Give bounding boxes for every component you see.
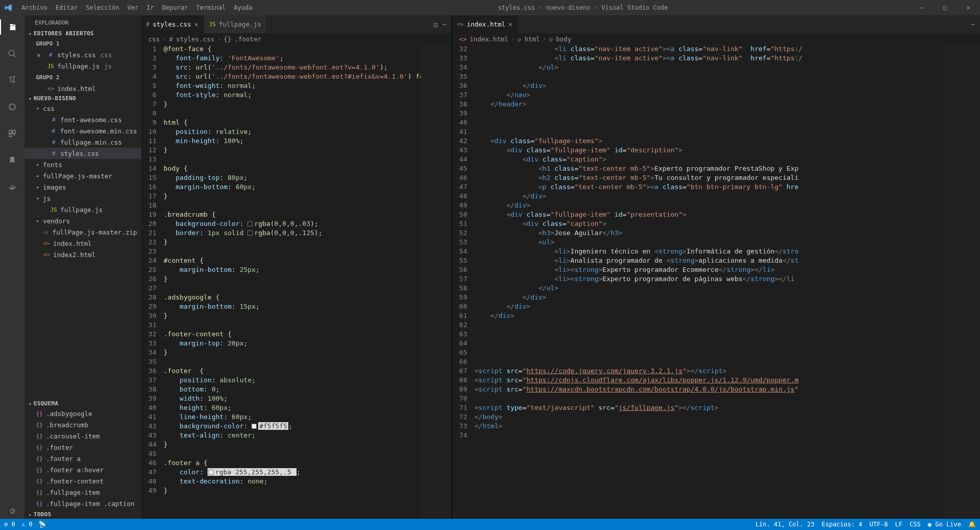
open-editors-tree: GRUPO 1 ✕#styles.csscss JSfullpage.jsjs …: [25, 38, 141, 94]
open-editor-item[interactable]: <>index.html: [25, 83, 141, 94]
file-item[interactable]: JSfullpage.js: [25, 204, 141, 215]
tabbar-right: <>index.html✕ ⋯: [452, 15, 980, 33]
outline-item[interactable]: {}.footer a: [25, 453, 141, 464]
todos-header[interactable]: ▸TODOS: [25, 510, 141, 519]
open-editor-item[interactable]: ✕#styles.csscss: [25, 49, 141, 60]
explorer-icon[interactable]: [0, 19, 25, 35]
open-editor-item[interactable]: JSfullpage.jsjs: [25, 60, 141, 72]
titlebar: Archivo Editar Selección Ver Ir Depurar …: [0, 0, 980, 15]
menu-bar: Archivo Editar Selección Ver Ir Depurar …: [17, 4, 257, 11]
menu-depurar[interactable]: Depurar: [158, 4, 192, 11]
status-encoding[interactable]: UTF-8: [870, 521, 888, 528]
bookmarks-icon[interactable]: [0, 152, 25, 168]
file-item[interactable]: <>index2.html: [25, 249, 141, 260]
code-content[interactable]: @font-face { font-family: 'FontAwesome';…: [164, 44, 421, 519]
settings-gear-icon[interactable]: [0, 503, 25, 519]
status-eol[interactable]: LF: [895, 521, 902, 528]
editor-left: #styles.css✕ JSfullpage.js ◫⋯ css› #styl…: [141, 15, 452, 519]
menu-ayuda[interactable]: Ayuda: [230, 4, 256, 11]
status-go-live[interactable]: ◉ Go Live: [928, 521, 961, 528]
sidebar: EXPLORADOR ▾EDITORES ABIERTOS GRUPO 1 ✕#…: [25, 15, 141, 519]
menu-ir[interactable]: Ir: [143, 4, 158, 11]
folder-item[interactable]: ▸vendors: [25, 215, 141, 226]
menu-terminal[interactable]: Terminal: [192, 4, 230, 11]
file-item[interactable]: <>index.html: [25, 238, 141, 249]
vscode-icon: [0, 4, 17, 12]
gutter: 1234567891011121314151617181920212223242…: [141, 44, 164, 519]
minimap[interactable]: [944, 44, 980, 519]
maximize-icon[interactable]: ▢: [933, 4, 956, 11]
status-language[interactable]: CSS: [909, 521, 921, 528]
code-content[interactable]: <li class="nav-item active"><a class="na…: [474, 44, 944, 519]
editor-area: #styles.css✕ JSfullpage.js ◫⋯ css› #styl…: [141, 15, 980, 519]
window-controls: — ▢ ✕: [909, 4, 980, 11]
outline-item[interactable]: {}.footer a:hover: [25, 464, 141, 475]
more-icon[interactable]: ⋯: [443, 21, 446, 28]
extensions-icon[interactable]: [0, 126, 25, 141]
project-header[interactable]: ▾NUEVO-DISENO: [25, 94, 141, 103]
sidebar-title: EXPLORADOR: [25, 15, 141, 29]
gutter: 3233343536373839404142434445464748495051…: [452, 44, 474, 519]
minimize-icon[interactable]: —: [909, 4, 933, 11]
statusbar: ⊘ 0 ⚠ 0 📡 Lín. 41, Col. 23 Espacios: 4 U…: [0, 519, 980, 530]
close-icon[interactable]: ✕: [37, 51, 44, 59]
status-warnings[interactable]: ⚠ 0: [21, 521, 33, 528]
source-control-icon[interactable]: [0, 73, 25, 88]
breadcrumb-right[interactable]: <>index.html› ◇html› ◇body: [452, 33, 980, 44]
tab-index-html[interactable]: <>index.html✕: [452, 15, 518, 33]
docker-icon[interactable]: [0, 179, 25, 194]
minimap[interactable]: [421, 44, 451, 519]
window-title: styles.css - nuevo-diseno - Visual Studi…: [257, 4, 909, 11]
open-editors-header[interactable]: ▾EDITORES ABIERTOS: [25, 29, 141, 38]
tabbar-left: #styles.css✕ JSfullpage.js ◫⋯: [141, 15, 451, 33]
menu-editar[interactable]: Editar: [52, 4, 82, 11]
debug-icon[interactable]: [0, 99, 25, 114]
editor-right: <>index.html✕ ⋯ <>index.html› ◇html› ◇bo…: [452, 15, 980, 519]
menu-ver[interactable]: Ver: [123, 4, 143, 11]
status-line-col[interactable]: Lín. 41, Col. 23: [756, 521, 815, 528]
tab-styles-css[interactable]: #styles.css✕: [141, 15, 204, 33]
outline-item[interactable]: {}.footer-content: [25, 475, 141, 487]
tab-fullpage-js[interactable]: JSfullpage.js: [204, 15, 267, 33]
search-icon[interactable]: [0, 46, 25, 61]
code-area-right[interactable]: 3233343536373839404142434445464748495051…: [452, 44, 980, 519]
status-errors[interactable]: ⊘ 0: [4, 521, 15, 528]
outline-item[interactable]: {}.footer: [25, 442, 141, 453]
status-broadcast-icon[interactable]: 📡: [38, 521, 46, 528]
folder-item[interactable]: ▾js: [25, 193, 141, 204]
group-1-label: GRUPO 1: [25, 38, 141, 49]
outline-item[interactable]: {}.fullpage-item: [25, 487, 141, 498]
close-icon[interactable]: ✕: [509, 20, 513, 28]
file-item[interactable]: ▭fullPage.js-master.zip: [25, 226, 141, 238]
file-item[interactable]: #font-awesome.min.css: [25, 125, 141, 136]
group-2-label: GRUPO 2: [25, 72, 141, 83]
breadcrumb-left[interactable]: css› #styles.css› {}.footer: [141, 33, 451, 44]
close-icon[interactable]: ✕: [956, 4, 980, 11]
file-item[interactable]: #font-awesome.css: [25, 114, 141, 125]
activity-bar: [0, 15, 25, 519]
menu-seleccion[interactable]: Selección: [82, 4, 123, 11]
outline-tree: {}.adsbygoogle{}.breadcrumb{}.carousel-i…: [25, 408, 141, 510]
status-spaces[interactable]: Espacios: 4: [822, 521, 862, 528]
outline-item[interactable]: {}.fullpage-item .caption: [25, 498, 141, 509]
file-item[interactable]: #fullpage.min.css: [25, 136, 141, 148]
status-bell-icon[interactable]: 🔔: [968, 521, 976, 528]
folder-item[interactable]: ▸fullPage.js-master: [25, 170, 141, 181]
outline-item[interactable]: {}.carousel-item: [25, 430, 141, 442]
folder-item[interactable]: ▸images: [25, 181, 141, 193]
more-icon[interactable]: ⋯: [971, 21, 975, 28]
outline-item[interactable]: {}.breadcrumb: [25, 419, 141, 430]
code-area-left[interactable]: 1234567891011121314151617181920212223242…: [141, 44, 451, 519]
split-editor-icon[interactable]: ◫: [434, 21, 438, 28]
file-tree: ▾css#font-awesome.css#font-awesome.min.c…: [25, 103, 141, 260]
folder-item[interactable]: ▸fonts: [25, 159, 141, 170]
outline-item[interactable]: {}.adsbygoogle: [25, 408, 141, 419]
outline-header[interactable]: ▾ESQUEMA: [25, 399, 141, 408]
menu-archivo[interactable]: Archivo: [17, 4, 52, 11]
file-item[interactable]: #styles.css: [25, 148, 141, 159]
close-icon[interactable]: ✕: [194, 20, 198, 28]
folder-item[interactable]: ▾css: [25, 103, 141, 114]
